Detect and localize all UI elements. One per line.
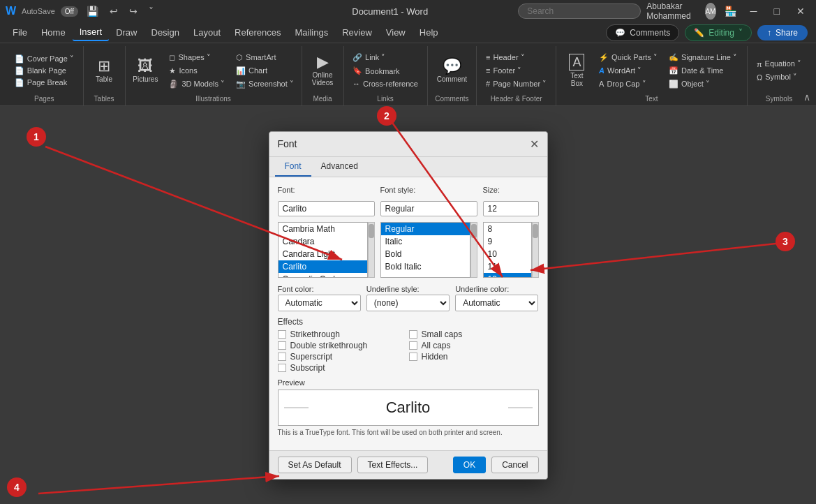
menu-file[interactable]: File <box>6 24 34 40</box>
menu-mailings[interactable]: Mailings <box>288 24 336 40</box>
style-list-item[interactable]: Italic <box>381 235 470 248</box>
smartart-button[interactable]: ⬡ SmartArt <box>232 52 298 64</box>
style-input[interactable] <box>380 201 477 216</box>
menu-review[interactable]: Review <box>335 24 379 40</box>
style-list-item[interactable]: Bold <box>381 248 470 260</box>
menu-layout[interactable]: Layout <box>186 24 228 40</box>
online-videos-button[interactable]: ▶ OnlineVideos <box>308 52 337 89</box>
header-button[interactable]: ≡ Header ˅ <box>482 52 551 64</box>
date-time-button[interactable]: 📅 Date & Time <box>665 65 741 77</box>
ok-button[interactable]: OK <box>453 457 486 473</box>
comment-button[interactable]: 💬 Comment <box>433 56 471 86</box>
symbol-button[interactable]: Ω Symbol ˅ <box>752 71 806 83</box>
style-list[interactable]: Regular Italic Bold Bold Italic <box>380 222 470 278</box>
menu-insert[interactable]: Insert <box>73 24 110 41</box>
close-button[interactable]: ✕ <box>791 6 810 17</box>
store-icon[interactable]: 🏪 <box>722 6 739 17</box>
subscript-checkbox[interactable] <box>278 364 286 372</box>
minimize-button[interactable]: ─ <box>745 6 763 17</box>
quick-parts-button[interactable]: ⚡ Quick Parts ˅ <box>595 52 662 64</box>
font-list-scrollbar[interactable] <box>368 222 375 278</box>
font-list[interactable]: Cambria Math Candara Candara Light Carli… <box>278 222 368 278</box>
comments-button[interactable]: 💬 Comments <box>606 24 679 41</box>
menu-draw[interactable]: Draw <box>109 24 144 40</box>
signature-line-button[interactable]: ✍ Signature Line ˅ <box>665 52 741 64</box>
double-strikethrough-checkbox[interactable] <box>278 341 286 350</box>
dialog-close-button[interactable]: ✕ <box>530 138 539 151</box>
menu-view[interactable]: View <box>379 24 413 40</box>
size-list-item[interactable]: 11 <box>484 260 531 273</box>
effect-subscript: Subscript <box>278 363 408 373</box>
drop-cap-button[interactable]: A Drop Cap ˅ <box>595 78 662 90</box>
editing-button[interactable]: ✏️ Editing ˅ <box>685 24 752 41</box>
page-number-button[interactable]: # Page Number ˅ <box>482 78 551 90</box>
pictures-button[interactable]: 🖼 Pictures <box>128 56 162 86</box>
size-list-item-selected[interactable]: 12 <box>484 273 531 278</box>
preview-desc: This is a TrueType font. This font will … <box>278 429 539 436</box>
underline-style-select[interactable]: (none) <box>366 295 450 311</box>
size-input[interactable] <box>483 201 539 216</box>
cancel-button[interactable]: Cancel <box>491 457 538 473</box>
font-input[interactable] <box>278 201 375 216</box>
blank-page-button[interactable]: 📄 Blank Page <box>10 65 78 77</box>
save-icon[interactable]: 💾 <box>84 6 101 17</box>
more-actions-icon[interactable]: ˅ <box>146 6 156 17</box>
font-list-item[interactable]: Cascadia Code <box>279 273 367 278</box>
small-caps-checkbox[interactable] <box>409 330 417 339</box>
font-color-select[interactable]: Automatic <box>278 295 361 311</box>
size-list-item[interactable]: 8 <box>484 223 531 235</box>
set-as-default-button[interactable]: Set As Default <box>278 457 352 473</box>
equation-button[interactable]: π Equation ˅ <box>752 58 806 70</box>
page-break-button[interactable]: 📄 Page Break <box>10 77 78 89</box>
all-caps-checkbox[interactable] <box>409 341 417 350</box>
ribbon-group-header-footer: ≡ Header ˅ ≡ Footer ˅ # Page Number ˅ He… <box>477 46 556 105</box>
wordart-button[interactable]: A WordArt ˅ <box>595 65 662 77</box>
menu-home[interactable]: Home <box>34 24 73 40</box>
font-list-item[interactable]: Candara <box>279 235 367 248</box>
chart-button[interactable]: 📊 Chart <box>232 65 298 77</box>
strikethrough-checkbox[interactable] <box>278 330 286 339</box>
undo-icon[interactable]: ↩ <box>107 6 121 17</box>
size-list-item[interactable]: 10 <box>484 248 531 260</box>
link-button[interactable]: 🔗 Link ˅ <box>348 52 422 64</box>
text-box-button[interactable]: A Text Box <box>562 51 592 90</box>
shapes-button[interactable]: ◻ Shapes ˅ <box>165 52 229 64</box>
dialog-footer: Set As Default Text Effects... OK Cancel <box>269 450 547 479</box>
search-input[interactable] <box>518 3 641 19</box>
share-button[interactable]: ↑ Share <box>757 25 808 40</box>
style-list-item[interactable]: Bold Italic <box>381 260 470 273</box>
font-list-item[interactable]: Cambria Math <box>279 223 367 235</box>
size-list-item[interactable]: 9 <box>484 235 531 248</box>
style-list-scrollbar[interactable] <box>470 222 477 278</box>
size-list-scrollbar[interactable] <box>532 222 539 278</box>
footer-button[interactable]: ≡ Footer ˅ <box>482 65 551 77</box>
menu-help[interactable]: Help <box>413 24 445 40</box>
effect-hidden: Hidden <box>409 352 539 362</box>
tab-font[interactable]: Font <box>275 157 311 177</box>
text-box-label: Text Box <box>566 72 588 87</box>
style-list-item[interactable]: Regular <box>381 223 470 235</box>
cover-page-button[interactable]: 📄 Cover Page ˅ <box>10 53 78 65</box>
object-button[interactable]: ⬜ Object ˅ <box>665 78 741 90</box>
icons-button[interactable]: ★ Icons <box>165 65 229 77</box>
superscript-checkbox[interactable] <box>278 353 286 361</box>
bookmark-button[interactable]: 🔖 Bookmark <box>348 65 422 77</box>
3d-models-button[interactable]: 🗿 3D Models ˅ <box>165 78 229 90</box>
font-list-item[interactable]: Candara Light <box>279 248 367 260</box>
autosave-toggle[interactable]: Off <box>61 6 78 17</box>
cross-reference-button[interactable]: ↔ Cross-reference <box>348 78 422 89</box>
ribbon-collapse-button[interactable]: ∧ <box>803 91 810 103</box>
table-button[interactable]: ⊞ Table <box>90 56 118 86</box>
screenshot-button[interactable]: 📷 Screenshot ˅ <box>232 78 298 90</box>
tab-advanced[interactable]: Advanced <box>311 157 368 177</box>
size-list[interactable]: 8 9 10 11 12 <box>483 222 532 278</box>
restore-button[interactable]: □ <box>769 6 785 17</box>
hidden-checkbox[interactable] <box>409 353 417 361</box>
menu-design[interactable]: Design <box>144 24 186 40</box>
redo-icon[interactable]: ↪ <box>126 6 140 17</box>
text-effects-button[interactable]: Text Effects... <box>357 457 429 473</box>
underline-color-select[interactable]: Automatic <box>455 295 538 311</box>
font-list-item-selected[interactable]: Carlito <box>279 260 367 273</box>
menu-references[interactable]: References <box>228 24 288 40</box>
font-field-label: Font: <box>278 186 375 194</box>
